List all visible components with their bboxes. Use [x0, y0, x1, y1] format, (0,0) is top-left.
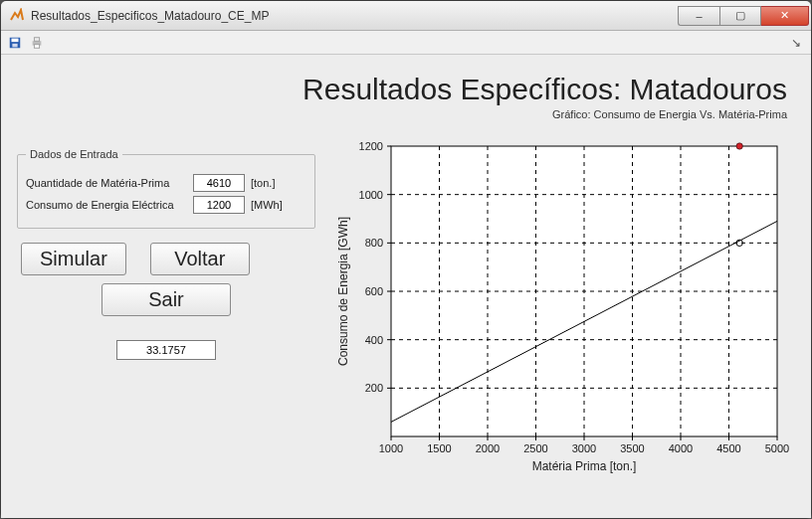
svg-rect-2 [12, 43, 17, 47]
chart-panel: 1000150020002500300035004000450050002004… [331, 130, 795, 476]
svg-text:800: 800 [365, 237, 383, 249]
mp-unit: [ton.] [251, 177, 291, 189]
page-subtitle: Gráfico: Consumo de Energia Vs. Matéria-… [17, 108, 787, 120]
ce-label: Consumo de Energia Eléctrica [26, 199, 187, 211]
svg-text:1000: 1000 [359, 189, 383, 201]
ce-unit: [MWh] [251, 199, 291, 211]
svg-text:400: 400 [365, 334, 383, 346]
app-window: Resultados_Especificos_Matadouro_CE_MP –… [0, 0, 812, 519]
ce-input[interactable] [193, 196, 245, 214]
svg-point-52 [736, 143, 742, 149]
svg-text:Consumo de Energia [GWh]: Consumo de Energia [GWh] [336, 217, 350, 366]
svg-text:600: 600 [365, 285, 383, 297]
svg-text:3500: 3500 [620, 442, 644, 454]
svg-text:Matéria Prima [ton.]: Matéria Prima [ton.] [532, 459, 637, 473]
svg-rect-1 [12, 38, 19, 42]
window-title: Resultados_Especificos_Matadouro_CE_MP [31, 9, 269, 23]
window-controls: – ▢ ✕ [678, 6, 809, 26]
svg-text:4500: 4500 [716, 442, 740, 454]
svg-text:1500: 1500 [427, 442, 451, 454]
left-panel: Dados de Entrada Quantidade de Matéria-P… [17, 130, 315, 476]
svg-text:200: 200 [365, 382, 383, 394]
svg-text:2500: 2500 [523, 442, 547, 454]
svg-text:4000: 4000 [669, 442, 693, 454]
simular-button[interactable]: Simular [21, 243, 126, 275]
svg-rect-4 [34, 37, 39, 41]
client-area: Resultados Específicos: Matadouros Gráfi… [1, 55, 811, 518]
print-icon[interactable] [29, 35, 45, 51]
mp-input[interactable] [193, 174, 245, 192]
close-button[interactable]: ✕ [761, 6, 809, 26]
chart: 1000150020002500300035004000450050002004… [331, 138, 789, 476]
voltar-button[interactable]: Voltar [150, 243, 250, 275]
svg-text:5000: 5000 [765, 442, 789, 454]
result-output: 33.1757 [116, 340, 216, 360]
svg-text:1200: 1200 [359, 140, 383, 152]
toolbar: ↘ [1, 31, 811, 55]
page-title: Resultados Específicos: Matadouros [17, 73, 787, 106]
svg-text:2000: 2000 [476, 442, 500, 454]
titlebar[interactable]: Resultados_Especificos_Matadouro_CE_MP –… [1, 1, 811, 31]
dock-arrow-icon[interactable]: ↘ [791, 36, 805, 50]
inputs-legend: Dados de Entrada [26, 148, 122, 160]
minimize-button[interactable]: – [678, 6, 719, 26]
sair-button[interactable]: Sair [102, 283, 231, 316]
chart-svg: 1000150020002500300035004000450050002004… [331, 138, 789, 476]
svg-text:3000: 3000 [572, 442, 596, 454]
maximize-button[interactable]: ▢ [719, 6, 761, 26]
field-consumo-energia: Consumo de Energia Eléctrica [MWh] [26, 196, 306, 214]
inputs-group: Dados de Entrada Quantidade de Matéria-P… [17, 148, 315, 229]
mp-label: Quantidade de Matéria-Prima [26, 177, 187, 189]
save-icon[interactable] [7, 35, 23, 51]
svg-rect-5 [34, 44, 39, 48]
svg-text:1000: 1000 [379, 442, 403, 454]
matlab-app-icon [9, 8, 25, 24]
field-materia-prima: Quantidade de Matéria-Prima [ton.] [26, 174, 306, 192]
